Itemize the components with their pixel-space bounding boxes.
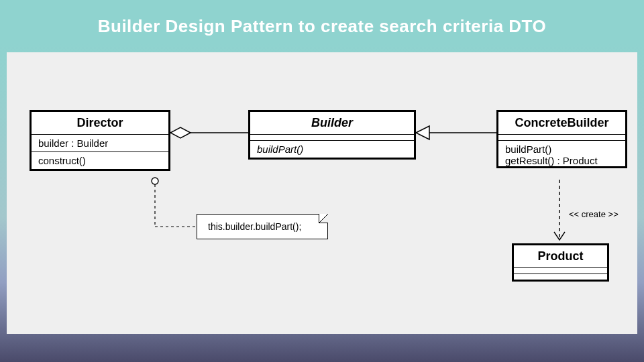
class-concrete-builder: ConcreteBuilder buildPart() getResult() … [496,110,627,168]
create-stereotype: << create >> [569,209,619,219]
class-concrete-op1: buildPart() [505,143,619,155]
class-builder-ops: buildPart() [250,141,414,158]
note-text: this.builder.buildPart(); [208,221,301,232]
class-concrete-name: ConcreteBuilder [498,112,625,135]
class-product-ops-empty [514,274,607,280]
class-director-ops: construct() [32,152,168,169]
class-builder: Builder buildPart() [248,110,416,160]
connectors-overlay [7,52,637,334]
note-anchor-circle-icon [152,178,158,184]
open-arrow-icon [554,232,565,240]
class-product-attrs-empty [514,268,607,274]
class-concrete-op2: getResult() : Product [505,155,619,166]
class-builder-attrs-empty [250,135,414,141]
page-title: Builder Design Pattern to create search … [0,0,644,37]
note-fold-icon [319,214,328,223]
class-director-attrs: builder : Builder [32,135,168,152]
triangle-icon [416,126,429,139]
class-director-name: Director [32,112,168,135]
class-product-name: Product [514,245,607,268]
class-product: Product [512,243,609,282]
note-construct: this.builder.buildPart(); [197,214,328,239]
class-concrete-attrs-empty [498,135,625,141]
diamond-icon [170,127,191,138]
class-concrete-ops: buildPart() getResult() : Product [498,141,625,166]
class-director: Director builder : Builder construct() [30,110,170,171]
class-builder-name: Builder [250,112,414,135]
diagram-canvas: Director builder : Builder construct() B… [7,52,637,334]
